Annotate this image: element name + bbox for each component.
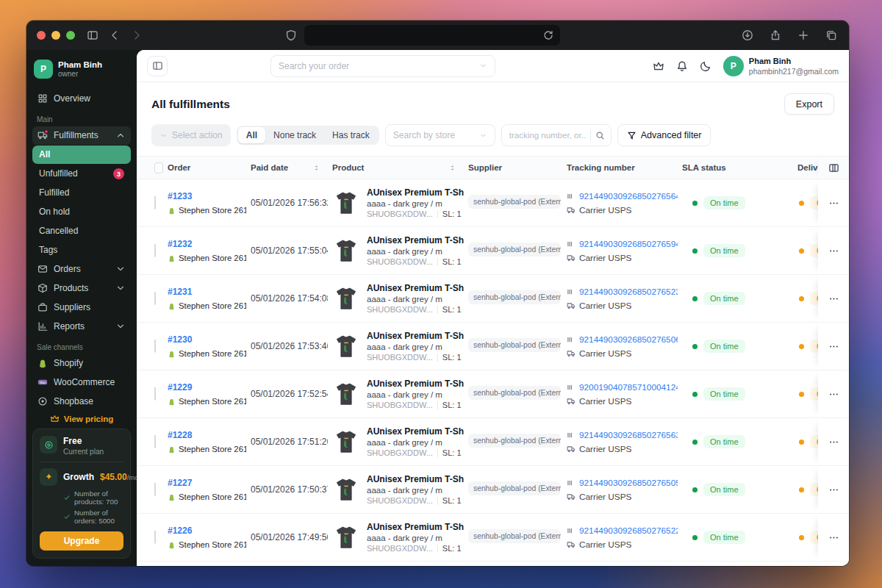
tracking-number-link[interactable]: 9214490309268502765648 [579, 191, 678, 201]
column-header-paid-date[interactable]: Paid date [246, 163, 328, 172]
share-icon[interactable] [770, 29, 781, 41]
order-link[interactable]: #1232 [168, 239, 246, 249]
sidebar-subitem-cancelled[interactable]: Cancelled [32, 222, 131, 240]
row-menu-icon[interactable] [828, 341, 839, 352]
row-checkbox[interactable] [154, 244, 156, 257]
product-qty: SL: 1 [442, 257, 462, 266]
new-tab-icon[interactable] [797, 29, 809, 41]
order-link[interactable]: #1226 [168, 526, 246, 536]
row-menu-icon[interactable] [828, 245, 839, 257]
download-icon[interactable] [742, 29, 753, 41]
tracking-search-input[interactable]: tracking number, or... [501, 124, 612, 146]
tab-has-track[interactable]: Has track [324, 127, 378, 143]
sidebar-subitem-all[interactable]: All [32, 146, 131, 164]
row-menu-icon[interactable] [828, 484, 839, 495]
tracking-number-link[interactable]: 9214490309268502765945 [579, 239, 678, 249]
tracking-cell: 9214490309268502765648 Carrier USPS [562, 191, 678, 215]
upgrade-button[interactable]: Upgrade [40, 531, 123, 551]
store-filter-select[interactable]: Search by store [385, 124, 495, 146]
sidebar-item-woocommerce[interactable]: WooWooCommerce [32, 373, 131, 392]
row-checkbox[interactable] [154, 292, 156, 305]
select-all-checkbox[interactable] [154, 162, 163, 173]
tab-none-track[interactable]: None track [265, 127, 324, 143]
row-menu-icon[interactable] [828, 198, 839, 209]
shopify-icon [168, 302, 176, 310]
sidebar-item-products[interactable]: Products [32, 279, 131, 298]
sidebar-item-suppliers[interactable]: Suppliers [32, 298, 131, 317]
sidebar-subitem-on-hold[interactable]: On hold [32, 203, 131, 221]
order-link[interactable]: #1227 [168, 478, 246, 488]
order-link[interactable]: #1230 [168, 334, 246, 345]
row-checkbox[interactable] [154, 340, 156, 353]
reload-icon[interactable] [542, 29, 554, 41]
tracking-number-link[interactable]: 9214490309268502765235 [579, 287, 678, 297]
tab-all[interactable]: All [238, 127, 265, 143]
collapse-sidebar-button[interactable] [147, 56, 168, 76]
column-header-sla[interactable]: SLA status [678, 163, 793, 172]
moon-icon[interactable] [700, 60, 711, 72]
sidebar-user-card[interactable]: P Pham Binh owner [26, 50, 137, 87]
row-menu-icon[interactable] [828, 532, 839, 543]
order-search-select[interactable]: Search your order [270, 55, 495, 77]
row-checkbox[interactable] [154, 387, 156, 401]
sidebar-item-orders[interactable]: Orders [32, 260, 131, 279]
sidebar-toggle-icon[interactable] [87, 29, 98, 41]
sort-icon[interactable] [312, 164, 320, 172]
row-checkbox[interactable] [154, 435, 156, 448]
row-checkbox[interactable] [154, 196, 156, 209]
minimize-window-button[interactable] [51, 31, 60, 40]
crown-icon[interactable] [653, 60, 664, 72]
tracking-number-link[interactable]: 9214490309268502765631 [579, 430, 678, 440]
sort-icon[interactable] [448, 164, 456, 172]
select-action-dropdown[interactable]: Select action [151, 124, 231, 146]
advanced-filter-button[interactable]: Advanced filter [617, 124, 711, 146]
order-link[interactable]: #1233 [168, 191, 246, 201]
column-header-order[interactable]: Order [163, 163, 246, 172]
supplier-badge: senhub-global-pod (External) [468, 434, 561, 448]
sidebar-item-shopify[interactable]: Shopify [32, 354, 131, 373]
sidebar-item-overview[interactable]: Overview [32, 90, 131, 108]
row-menu-icon[interactable] [828, 293, 839, 304]
shield-icon[interactable] [285, 29, 297, 41]
tab-overview-icon[interactable] [825, 29, 837, 41]
column-settings-icon[interactable] [828, 162, 839, 173]
column-header-tracking[interactable]: Tracking number [562, 163, 678, 172]
sidebar-subitem-unfulfilled[interactable]: Unfulfilled3 [32, 165, 131, 183]
tracking-number-link[interactable]: 9200190407857100041246 [579, 382, 678, 392]
order-link[interactable]: #1228 [168, 430, 246, 440]
check-icon [63, 494, 71, 501]
order-search-placeholder: Search your order [279, 61, 349, 71]
sidebar-item-fulfillments[interactable]: Fulfillments [32, 126, 131, 145]
tracking-number-link[interactable]: 9214490309268502765068 [579, 334, 678, 345]
sidebar-subitem-fulfilled[interactable]: Fulfilled [32, 184, 131, 202]
back-icon[interactable] [109, 29, 121, 41]
sidebar-subitem-tags[interactable]: Tags [32, 241, 131, 259]
column-header-product[interactable]: Product [328, 163, 464, 172]
zoom-window-button[interactable] [66, 31, 75, 40]
shopify-icon [37, 358, 48, 368]
row-checkbox[interactable] [154, 531, 156, 544]
export-button[interactable]: Export [784, 93, 834, 115]
view-pricing-link[interactable]: View pricing [26, 414, 137, 423]
sidebar-item-reports[interactable]: Reports [32, 318, 131, 336]
tracking-number-link[interactable]: 9214490309268502765228 [579, 526, 678, 536]
column-header-supplier[interactable]: Supplier [464, 163, 562, 172]
order-cell: #1226 Stephen Store 2612 [163, 526, 246, 549]
order-link[interactable]: #1231 [168, 287, 246, 297]
header-user-email: phambinh217@gmail.com [749, 67, 839, 76]
order-link[interactable]: #1229 [168, 382, 246, 392]
row-checkbox[interactable] [154, 483, 156, 496]
sla-status-dot [692, 344, 698, 349]
shopbase-icon [37, 396, 48, 406]
bell-icon[interactable] [676, 60, 688, 72]
row-menu-icon[interactable] [828, 389, 839, 400]
search-icon[interactable] [595, 131, 605, 140]
close-window-button[interactable] [37, 31, 46, 40]
row-menu-icon[interactable] [828, 437, 839, 448]
address-bar[interactable] [304, 25, 560, 46]
product-thumbnail [332, 523, 360, 551]
tracking-number-link[interactable]: 9214490309268502765051 [579, 478, 678, 488]
header-user-menu[interactable]: P Pham Binh phambinh217@gmail.com [723, 56, 839, 76]
sidebar-item-shopbase[interactable]: Shopbase [32, 392, 131, 409]
product-sku: SHUOBGXDDW... [367, 305, 433, 314]
